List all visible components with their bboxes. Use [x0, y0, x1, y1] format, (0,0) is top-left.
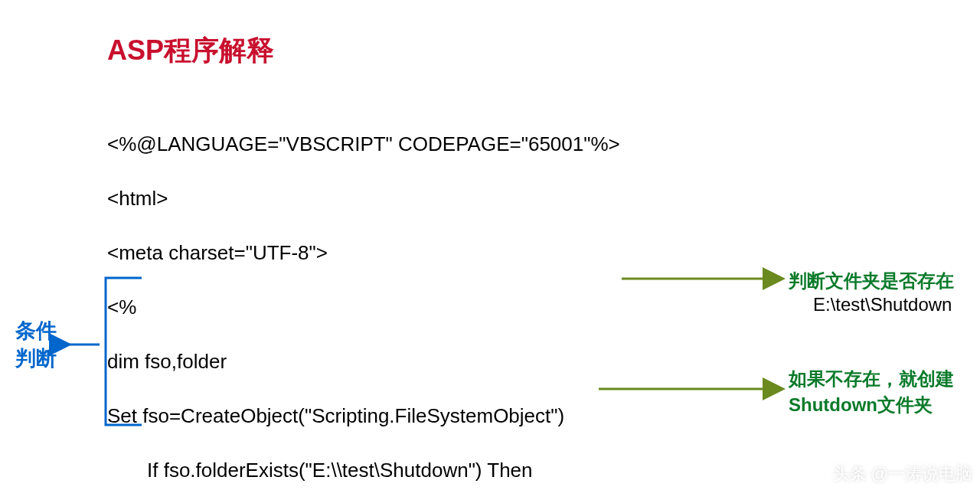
code-line: Set fso=CreateObject("Scripting.FileSyst… [107, 403, 654, 430]
right-callout-1-sub: E:\test\Shutdown [813, 294, 952, 315]
code-block: <%@LANGUAGE="VBSCRIPT" CODEPAGE="65001"%… [107, 103, 654, 490]
left-callout-label: 条件 判断 [15, 317, 57, 372]
shutdown-label: Shutdown [789, 394, 877, 415]
watermark: 头条 @一涛说电脑 [833, 462, 972, 485]
code-line: <%@LANGUAGE="VBSCRIPT" CODEPAGE="65001"%… [107, 131, 654, 158]
folder-label: 文件夹 [877, 394, 933, 415]
right-callout-2-line2: Shutdown文件夹 [789, 392, 954, 418]
right-callout-2: 如果不存在，就创建 Shutdown文件夹 [789, 366, 954, 418]
left-callout-line: 判断 [15, 345, 57, 372]
code-line: If fso.folderExists("E:\\test\Shutdown")… [107, 457, 654, 485]
right-callout-1: 判断文件夹是否存在 [789, 268, 954, 294]
right-callout-2-line1: 如果不存在，就创建 [789, 366, 954, 392]
code-line: dim fso,folder [107, 348, 654, 376]
code-line: <meta charset="UTF-8"> [107, 240, 654, 267]
code-line: <html> [107, 185, 654, 213]
slide-title: ASP程序解释 [107, 32, 274, 70]
left-callout-line: 条件 [15, 317, 57, 345]
code-line: <% [107, 294, 654, 322]
